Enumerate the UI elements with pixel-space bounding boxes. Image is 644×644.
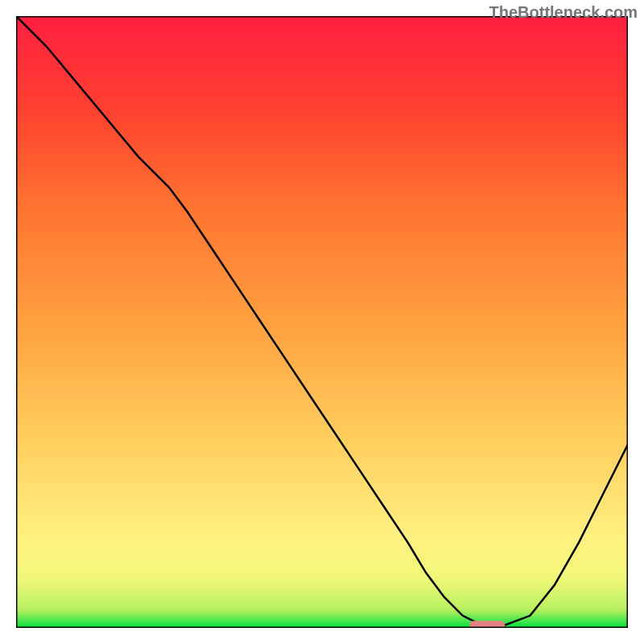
chart-svg	[16, 16, 628, 628]
gradient-background	[16, 16, 628, 628]
chart-container: TheBottleneck.com	[0, 0, 644, 644]
plot-area	[16, 16, 628, 628]
watermark-text: TheBottleneck.com	[489, 3, 638, 22]
